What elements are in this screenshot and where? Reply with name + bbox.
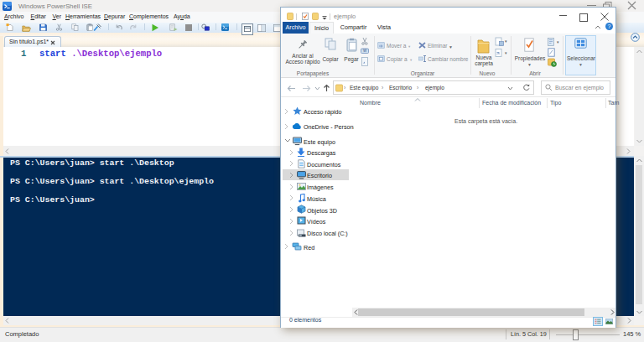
svg-text:?: ? — [608, 23, 611, 29]
